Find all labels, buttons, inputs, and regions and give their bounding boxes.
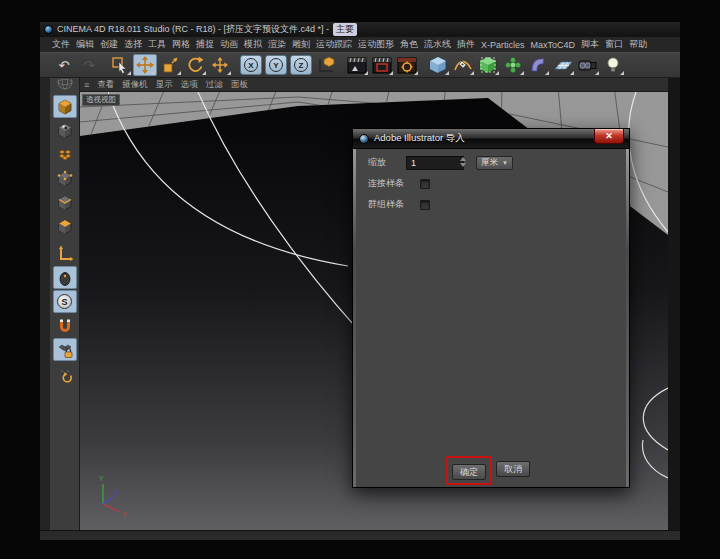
coordinate-system-icon [316,55,336,75]
group-row: 群组样条 [368,197,626,212]
main-toolbar: ↶ ↷ [40,52,680,78]
model-mode-button[interactable] [53,95,77,118]
group-splines-checkbox[interactable] [420,200,430,210]
menu-item[interactable]: 捕捉 [196,38,214,51]
workplane-lock-button[interactable] [53,338,77,361]
viewport-menu-item[interactable]: 选项 [181,79,198,91]
scale-input[interactable] [406,156,464,170]
toolbar-separator [420,54,425,76]
menu-item[interactable]: 文件 [52,38,70,51]
menu-item[interactable]: 网格 [172,38,190,51]
render-region-button[interactable] [370,54,394,76]
rotate-tool[interactable] [183,54,207,76]
mograph-button[interactable] [501,54,525,76]
texture-mode-button[interactable] [53,119,77,142]
last-tool[interactable] [208,54,232,76]
points-mode-button[interactable] [53,167,77,190]
group-splines-label: 群组样条 [368,198,414,211]
scale-tool[interactable] [158,54,182,76]
light-button[interactable] [601,54,625,76]
menu-item[interactable]: 雕刻 [292,38,310,51]
menu-item[interactable]: 流水线 [424,38,451,51]
svg-text:Y: Y [99,475,104,482]
render-view-button[interactable] [345,54,369,76]
connect-splines-checkbox[interactable] [420,179,430,189]
polygons-mode-button[interactable] [53,215,77,238]
dialog-title-bar[interactable]: Adobe Illustrator 导入 ✕ [353,129,629,149]
magnet-button[interactable] [53,314,77,337]
menu-bar: 文件编辑创建选择工具网格捕捉动画模拟渲染雕刻运动跟踪运动图形角色流水线插件X-P… [40,37,680,52]
workplane-paint-button[interactable] [53,143,77,166]
unit-value: 厘米 [481,157,498,169]
light-icon [604,56,622,74]
move-icon [136,56,154,74]
menu-item[interactable]: 运动跟踪 [316,38,352,51]
viewport-mouse-tool-button[interactable] [53,266,77,289]
mode-sidebar: S [50,78,80,530]
redo-button[interactable]: ↷ [77,54,101,76]
window-title-layout: 主要 [333,23,357,36]
render-settings-button[interactable] [395,54,419,76]
menu-item[interactable]: MaxToC4D [531,40,576,50]
partial-sphere-icon [53,79,77,91]
menu-item[interactable]: 编辑 [76,38,94,51]
ai-import-dialog: Adobe Illustrator 导入 ✕ 缩放 厘米 ▼ 连接样条 群组样条… [352,128,630,488]
menu-item[interactable]: 选择 [124,38,142,51]
camera-icon [578,56,598,74]
snap-button[interactable]: S [53,290,77,313]
camera-button[interactable] [576,54,600,76]
unit-select[interactable]: 厘米 ▼ [476,156,513,170]
ok-button[interactable]: 确定 [452,464,486,480]
connect-splines-label: 连接样条 [368,177,414,190]
last-tool-icon [212,57,228,73]
render-view-icon [347,57,367,74]
move-tool[interactable] [133,54,157,76]
add-primitive-button[interactable] [426,54,450,76]
menu-item[interactable]: 动画 [220,38,238,51]
cancel-button[interactable]: 取消 [496,461,530,477]
deformer-button[interactable] [526,54,550,76]
workplane-lock-icon [56,341,74,359]
sidebar-wrap: S [40,78,80,530]
subdivision-surface-button[interactable] [476,54,500,76]
viewport-menu-item[interactable]: 查看 [97,79,114,91]
menu-item[interactable]: 运动图形 [358,38,394,51]
lock-x-button[interactable]: X [239,54,263,76]
axis-mode-button[interactable] [53,242,77,265]
menu-item[interactable]: 插件 [457,38,475,51]
menu-item[interactable]: 模拟 [244,38,262,51]
rotate-icon [186,56,204,74]
svg-text:X: X [122,511,127,518]
lock-y-button[interactable]: Y [264,54,288,76]
menu-item[interactable]: 工具 [148,38,166,51]
menu-item[interactable]: 创建 [100,38,118,51]
coordinate-system-button[interactable] [314,54,338,76]
toolbar-separator [102,54,107,76]
dialog-close-button[interactable]: ✕ [594,129,624,144]
mograph-icon [503,55,523,75]
environment-button[interactable] [551,54,575,76]
menu-item[interactable]: 脚本 [581,38,599,51]
spline-pen-button[interactable] [451,54,475,76]
menu-item[interactable]: 角色 [400,38,418,51]
viewport-menu-item[interactable]: 摄像机 [122,79,148,91]
magnet-icon [56,317,74,335]
menu-item[interactable]: 渲染 [268,38,286,51]
viewport-menu-item[interactable]: 面板 [231,79,248,91]
live-selection-icon [111,56,129,74]
menu-item[interactable]: X-Particles [481,40,525,50]
live-selection-tool[interactable] [108,54,132,76]
viewport-menu-item[interactable]: 显示 [156,79,173,91]
render-region-icon [372,57,392,74]
edges-mode-button[interactable] [53,191,77,214]
viewport-burger-icon[interactable]: ≡ [84,80,89,90]
undo-button[interactable]: ↶ [52,54,76,76]
menu-item[interactable]: 帮助 [629,38,647,51]
lock-z-button[interactable]: Z [289,54,313,76]
svg-text:Z: Z [114,489,119,496]
viewport-menu-item[interactable]: 过滤 [206,79,223,91]
menu-item[interactable]: 窗口 [605,38,623,51]
toolbar-separator [233,54,238,76]
subdivision-surface-icon [478,55,498,75]
workplane-refresh-button[interactable] [53,362,77,385]
